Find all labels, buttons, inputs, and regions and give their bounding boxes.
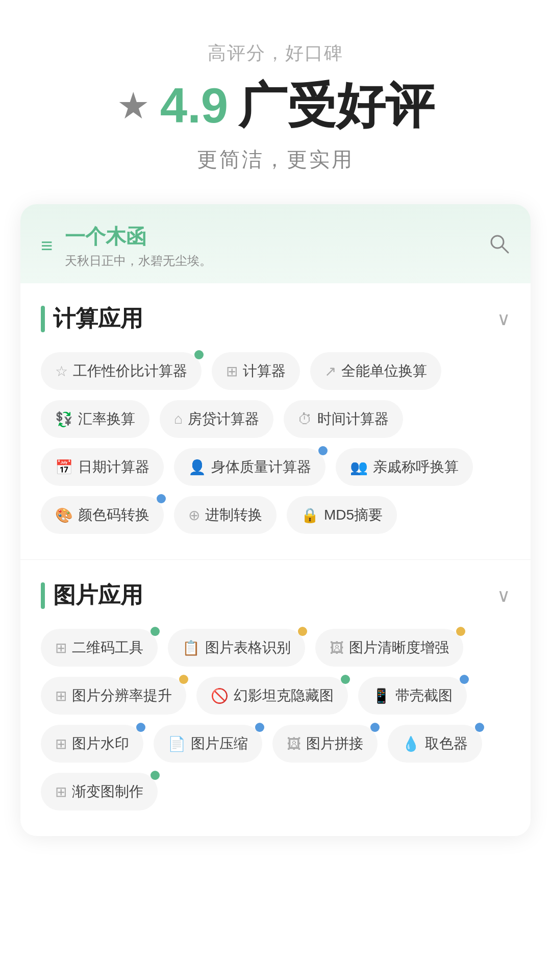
image-category-bar (41, 582, 45, 609)
tool-tag-MD5摘要[interactable]: 🔒MD5摘要 (287, 496, 397, 534)
new-dot (136, 723, 145, 732)
tool-label: 带壳截图 (395, 686, 453, 705)
new-dot (255, 723, 264, 732)
new-dot (370, 723, 380, 732)
image-category-title: 图片应用 (53, 580, 143, 610)
star-icon: ★ (117, 84, 150, 127)
tool-label: 进制转换 (205, 505, 262, 525)
tool-label: 渐变图制作 (72, 782, 143, 801)
tool-tag-图片拼接[interactable]: 🖼图片拼接 (272, 725, 378, 763)
menu-icon[interactable]: ≡ (41, 234, 53, 257)
rating-desc: 更简洁，更实用 (20, 145, 531, 174)
tool-label: 取色器 (425, 734, 468, 753)
tool-label: 图片清晰度增强 (349, 638, 449, 657)
tool-icon: ↗ (324, 363, 336, 380)
tool-label: 图片分辨率提升 (72, 686, 172, 705)
tool-icon: 💧 (402, 736, 420, 752)
rating-row: ★ 4.9 广受好评 (20, 81, 531, 130)
new-dot (460, 675, 469, 684)
tool-label: 亲戚称呼换算 (373, 457, 459, 477)
new-dot (151, 771, 160, 780)
tool-label: 工作性价比计算器 (73, 361, 187, 381)
calc-category-title-row: 计算应用 (41, 304, 143, 334)
new-dot (298, 627, 307, 636)
app-header: ≡ 一个木函 天秋日正中，水碧无尘埃。 (20, 204, 531, 283)
tool-tag-身体质量计算器[interactable]: 👤身体质量计算器 (174, 448, 325, 486)
search-icon[interactable] (488, 232, 510, 260)
tool-tag-图片表格识别[interactable]: 📋图片表格识别 (168, 629, 305, 667)
rating-number: 4.9 (160, 81, 228, 130)
tool-label: 图片压缩 (191, 734, 248, 753)
tool-tag-房贷计算器[interactable]: ⌂房贷计算器 (160, 400, 273, 438)
new-dot (157, 494, 166, 503)
rating-label: 广受好评 (238, 81, 434, 130)
app-card: ≡ 一个木函 天秋日正中，水碧无尘埃。 计算应用 ∨ (20, 204, 531, 836)
tool-tag-时间计算器[interactable]: ⏱时间计算器 (284, 400, 403, 438)
rating-section: 高评分，好口碑 ★ 4.9 广受好评 更简洁，更实用 (20, 41, 531, 174)
tool-tag-幻影坦克隐藏图[interactable]: 🚫幻影坦克隐藏图 (196, 677, 348, 715)
tool-label: 时间计算器 (317, 409, 389, 429)
tool-tag-图片压缩[interactable]: 📄图片压缩 (154, 725, 262, 763)
tool-icon: 🔒 (301, 507, 319, 524)
tool-tag-进制转换[interactable]: ⊕进制转换 (174, 496, 277, 534)
page-wrapper: 高评分，好口碑 ★ 4.9 广受好评 更简洁，更实用 ≡ 一个木函 天秋日正中，… (0, 0, 551, 867)
tool-label: 日期计算器 (78, 457, 149, 477)
tool-tag-颜色码转换[interactable]: 🎨颜色码转换 (41, 496, 164, 534)
tool-label: 计算器 (243, 361, 286, 381)
tool-tag-带壳截图[interactable]: 📱带壳截图 (358, 677, 467, 715)
app-title: 一个木函 (65, 223, 212, 251)
tool-icon: ⊞ (55, 783, 67, 800)
calc-chevron-icon[interactable]: ∨ (497, 308, 510, 330)
tool-icon: 🖼 (330, 640, 344, 656)
tool-icon: 📱 (372, 688, 390, 704)
tool-tag-二维码工具[interactable]: ⊞二维码工具 (41, 629, 158, 667)
tool-icon: ⊞ (55, 736, 67, 752)
tool-label: 身体质量计算器 (211, 457, 311, 477)
tool-label: 颜色码转换 (78, 505, 149, 525)
tool-tag-全能单位换算[interactable]: ↗全能单位换算 (310, 352, 441, 390)
tool-tag-日期计算器[interactable]: 📅日期计算器 (41, 448, 164, 486)
image-tags-container: ⊞二维码工具📋图片表格识别🖼图片清晰度增强⊞图片分辨率提升🚫幻影坦克隐藏图📱带壳… (41, 629, 510, 811)
tool-label: 汇率换算 (78, 409, 135, 429)
tool-tag-计算器[interactable]: ⊞计算器 (212, 352, 300, 390)
tool-icon: ⊞ (55, 688, 67, 704)
image-category-section: 图片应用 ∨ ⊞二维码工具📋图片表格识别🖼图片清晰度增强⊞图片分辨率提升🚫幻影坦… (20, 560, 531, 836)
new-dot (151, 627, 160, 636)
tool-tag-图片水印[interactable]: ⊞图片水印 (41, 725, 143, 763)
new-dot (318, 446, 328, 455)
calc-category-header: 计算应用 ∨ (41, 304, 510, 334)
new-dot (179, 675, 188, 684)
tool-icon: ⊞ (55, 640, 67, 656)
image-category-header: 图片应用 ∨ (41, 580, 510, 610)
app-title-block: 一个木函 天秋日正中，水碧无尘埃。 (65, 223, 212, 269)
tool-icon: ⏱ (298, 411, 312, 428)
rating-subtitle: 高评分，好口碑 (20, 41, 531, 66)
tool-icon: 👥 (350, 459, 368, 476)
tool-tag-工作性价比计算器[interactable]: ☆工作性价比计算器 (41, 352, 202, 390)
tool-icon: 🎨 (55, 507, 73, 524)
image-chevron-icon[interactable]: ∨ (497, 585, 510, 606)
tool-tag-取色器[interactable]: 💧取色器 (388, 725, 482, 763)
tool-tag-图片分辨率提升[interactable]: ⊞图片分辨率提升 (41, 677, 186, 715)
new-dot (475, 723, 484, 732)
calc-category-bar (41, 306, 45, 332)
tool-icon: ⌂ (174, 411, 183, 427)
tool-icon: 📄 (168, 736, 186, 752)
calc-category-title: 计算应用 (53, 304, 143, 334)
tool-label: 图片水印 (72, 734, 129, 753)
new-dot (194, 350, 204, 359)
calc-tags-container: ☆工作性价比计算器⊞计算器↗全能单位换算💱汇率换算⌂房贷计算器⏱时间计算器📅日期… (41, 352, 510, 534)
tool-label: MD5摘要 (324, 505, 383, 525)
tool-label: 幻影坦克隐藏图 (234, 686, 334, 705)
tool-tag-图片清晰度增强[interactable]: 🖼图片清晰度增强 (315, 629, 463, 667)
tool-icon: 👤 (188, 459, 206, 476)
tool-icon: 🚫 (211, 688, 229, 704)
header-left: ≡ 一个木函 天秋日正中，水碧无尘埃。 (41, 223, 212, 269)
tool-tag-汇率换算[interactable]: 💱汇率换算 (41, 400, 149, 438)
tool-icon: 💱 (55, 411, 73, 428)
calc-category-section: 计算应用 ∨ ☆工作性价比计算器⊞计算器↗全能单位换算💱汇率换算⌂房贷计算器⏱时… (20, 283, 531, 560)
tool-label: 图片拼接 (306, 734, 363, 753)
tool-tag-渐变图制作[interactable]: ⊞渐变图制作 (41, 773, 158, 811)
tool-tag-亲戚称呼换算[interactable]: 👥亲戚称呼换算 (336, 448, 473, 486)
new-dot (456, 627, 465, 636)
